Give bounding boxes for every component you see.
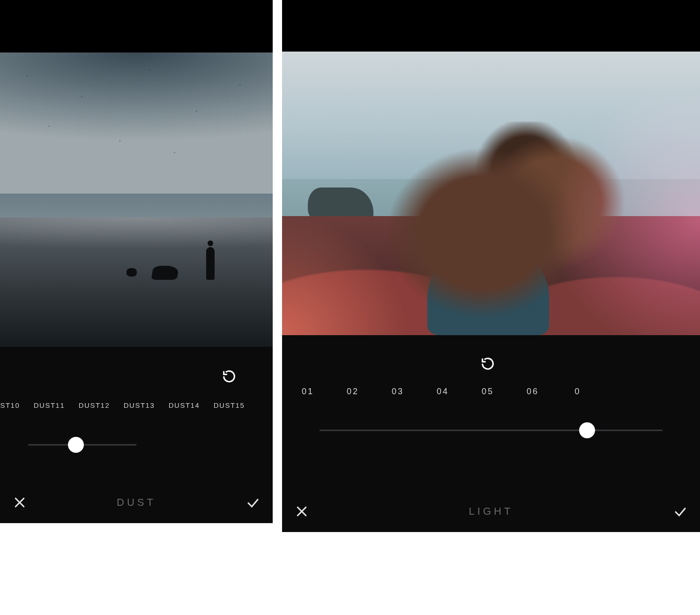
filter-thumb-02[interactable]: 02 bbox=[336, 347, 369, 397]
thumb-label: 06 bbox=[527, 387, 539, 397]
filter-thumb-dust15[interactable]: DUST15 bbox=[211, 358, 247, 409]
editor-screen-dust: DUST10 DUST11 DUST12 DUST13 DUST14 DUST1… bbox=[0, 0, 273, 523]
filter-thumb-03[interactable]: 03 bbox=[381, 347, 414, 397]
thumb-preview bbox=[516, 347, 549, 380]
thumb-preview bbox=[0, 358, 22, 395]
thumb-preview bbox=[121, 358, 157, 395]
filter-thumb-06[interactable]: 06 bbox=[516, 347, 549, 397]
thumb-preview bbox=[31, 358, 67, 395]
thumb-preview bbox=[561, 347, 594, 380]
thumb-label: DUST11 bbox=[34, 401, 65, 409]
photo-preview[interactable] bbox=[0, 52, 273, 347]
thumb-preview bbox=[336, 347, 369, 380]
thumb-label: DUST14 bbox=[169, 401, 200, 409]
thumb-label: DUST10 bbox=[0, 401, 20, 409]
category-title: DUST bbox=[28, 496, 245, 509]
thumb-label: 05 bbox=[482, 387, 494, 397]
thumb-label: DUST15 bbox=[214, 401, 245, 409]
filter-thumb-05[interactable]: 05 bbox=[471, 347, 504, 397]
category-title: LIGHT bbox=[310, 505, 672, 518]
thumb-preview bbox=[291, 347, 324, 380]
thumb-label: 01 bbox=[302, 387, 314, 397]
thumb-preview bbox=[211, 358, 247, 395]
thumb-preview bbox=[471, 347, 504, 380]
check-icon bbox=[673, 504, 687, 518]
thumb-label: 03 bbox=[392, 387, 404, 397]
reset-icon bbox=[471, 347, 504, 380]
close-icon bbox=[295, 504, 309, 518]
reset-icon bbox=[211, 358, 247, 395]
status-bar bbox=[0, 0, 273, 52]
photo-preview[interactable] bbox=[282, 52, 700, 335]
thumb-label: 0 bbox=[574, 387, 581, 397]
filter-strip[interactable]: DUST10 DUST11 DUST12 DUST13 DUST14 DUST1… bbox=[0, 347, 273, 409]
filter-strip[interactable]: 01 02 03 04 05 06 0 bbox=[282, 335, 700, 397]
thumb-preview bbox=[426, 347, 459, 380]
intensity-slider[interactable] bbox=[0, 409, 273, 452]
confirm-button[interactable] bbox=[245, 494, 261, 511]
slider-knob[interactable] bbox=[68, 437, 84, 453]
bottom-bar: LIGHT bbox=[282, 495, 700, 532]
slider-knob[interactable] bbox=[579, 422, 595, 438]
filter-thumb-dust14[interactable]: DUST14 bbox=[166, 358, 202, 409]
confirm-button[interactable] bbox=[672, 503, 689, 520]
thumb-preview bbox=[166, 358, 202, 395]
filter-thumb-dust10[interactable]: DUST10 bbox=[0, 358, 22, 409]
thumb-label: DUST13 bbox=[124, 401, 155, 409]
light-leak-overlay bbox=[282, 52, 700, 335]
check-icon bbox=[246, 495, 260, 510]
thumb-label: DUST12 bbox=[79, 401, 110, 409]
filter-thumb-dust12[interactable]: DUST12 bbox=[76, 358, 112, 409]
filter-thumb-dust11[interactable]: DUST11 bbox=[31, 358, 67, 409]
bottom-bar: DUST bbox=[0, 487, 273, 523]
filter-thumb-dust13[interactable]: DUST13 bbox=[121, 358, 157, 409]
slider-track bbox=[320, 430, 663, 431]
thumb-preview bbox=[381, 347, 414, 380]
thumb-label: 02 bbox=[347, 387, 359, 397]
cancel-button[interactable] bbox=[11, 494, 28, 511]
filter-thumb-01[interactable]: 01 bbox=[291, 347, 324, 397]
editor-screen-light: 01 02 03 04 05 06 0 bbox=[282, 0, 700, 532]
thumb-preview bbox=[76, 358, 112, 395]
filter-thumb-07[interactable]: 0 bbox=[561, 347, 594, 397]
thumb-label: 04 bbox=[437, 387, 449, 397]
dust-overlay bbox=[0, 52, 273, 347]
cancel-button[interactable] bbox=[293, 503, 310, 520]
close-icon bbox=[13, 495, 27, 510]
intensity-slider[interactable] bbox=[282, 397, 700, 438]
filter-thumb-04[interactable]: 04 bbox=[426, 347, 459, 397]
status-bar bbox=[282, 0, 700, 52]
